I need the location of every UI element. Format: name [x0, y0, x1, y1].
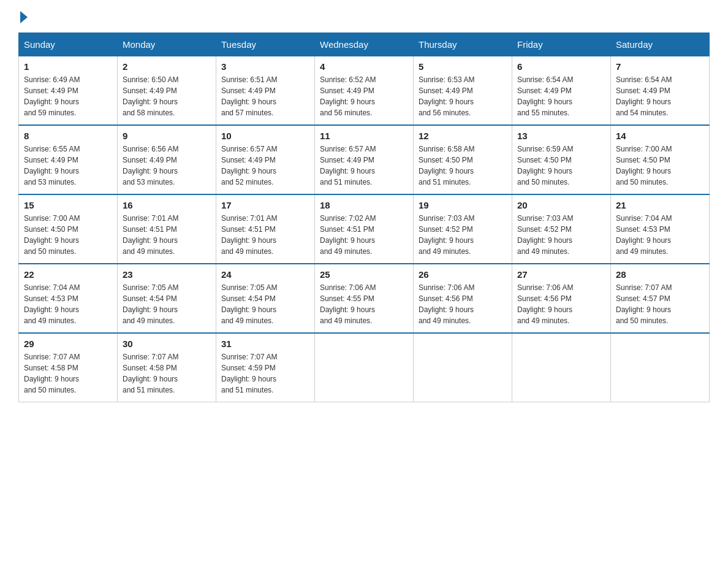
calendar-header-row: SundayMondayTuesdayWednesdayThursdayFrid… [19, 33, 710, 56]
day-number: 15 [24, 200, 112, 210]
day-number: 18 [320, 200, 408, 210]
calendar-cell: 24 Sunrise: 7:05 AMSunset: 4:54 PMDaylig… [216, 264, 315, 333]
day-number: 20 [517, 200, 605, 210]
day-info: Sunrise: 7:06 AMSunset: 4:56 PMDaylight:… [517, 282, 605, 326]
calendar-cell [512, 333, 611, 402]
day-number: 30 [123, 339, 211, 349]
calendar-cell: 20 Sunrise: 7:03 AMSunset: 4:52 PMDaylig… [512, 194, 611, 264]
calendar-cell: 22 Sunrise: 7:04 AMSunset: 4:53 PMDaylig… [19, 264, 118, 333]
day-number: 8 [24, 131, 112, 141]
day-number: 16 [123, 200, 211, 210]
calendar-cell: 31 Sunrise: 7:07 AMSunset: 4:59 PMDaylig… [216, 333, 315, 402]
calendar-cell: 25 Sunrise: 7:06 AMSunset: 4:55 PMDaylig… [315, 264, 414, 333]
day-header-saturday: Saturday [611, 33, 710, 56]
day-info: Sunrise: 6:53 AMSunset: 4:49 PMDaylight:… [419, 74, 507, 118]
day-info: Sunrise: 6:49 AMSunset: 4:49 PMDaylight:… [24, 74, 112, 118]
day-info: Sunrise: 6:55 AMSunset: 4:49 PMDaylight:… [24, 144, 112, 188]
calendar-cell: 9 Sunrise: 6:56 AMSunset: 4:49 PMDayligh… [118, 125, 216, 194]
day-number: 27 [517, 269, 605, 280]
day-header-monday: Monday [118, 33, 216, 56]
day-number: 4 [320, 61, 408, 72]
day-info: Sunrise: 7:06 AMSunset: 4:56 PMDaylight:… [419, 282, 507, 326]
calendar-cell: 13 Sunrise: 6:59 AMSunset: 4:50 PMDaylig… [512, 125, 611, 194]
calendar-cell: 19 Sunrise: 7:03 AMSunset: 4:52 PMDaylig… [414, 194, 512, 264]
calendar-cell: 11 Sunrise: 6:57 AMSunset: 4:49 PMDaylig… [315, 125, 414, 194]
day-info: Sunrise: 7:01 AMSunset: 4:51 PMDaylight:… [123, 213, 211, 257]
day-number: 5 [419, 61, 507, 72]
day-header-thursday: Thursday [414, 33, 512, 56]
day-number: 29 [24, 339, 112, 349]
day-info: Sunrise: 7:04 AMSunset: 4:53 PMDaylight:… [24, 282, 112, 326]
calendar-cell: 15 Sunrise: 7:00 AMSunset: 4:50 PMDaylig… [19, 194, 118, 264]
day-number: 1 [24, 61, 112, 72]
day-info: Sunrise: 7:05 AMSunset: 4:54 PMDaylight:… [221, 282, 309, 326]
day-info: Sunrise: 7:03 AMSunset: 4:52 PMDaylight:… [419, 213, 507, 257]
day-header-tuesday: Tuesday [216, 33, 315, 56]
day-info: Sunrise: 7:02 AMSunset: 4:51 PMDaylight:… [320, 213, 408, 257]
day-number: 23 [123, 269, 211, 280]
calendar-cell: 18 Sunrise: 7:02 AMSunset: 4:51 PMDaylig… [315, 194, 414, 264]
day-info: Sunrise: 7:07 AMSunset: 4:58 PMDaylight:… [123, 351, 211, 396]
calendar-cell [414, 333, 512, 402]
calendar-cell: 10 Sunrise: 6:57 AMSunset: 4:49 PMDaylig… [216, 125, 315, 194]
day-info: Sunrise: 7:03 AMSunset: 4:52 PMDaylight:… [517, 213, 605, 257]
calendar-cell: 8 Sunrise: 6:55 AMSunset: 4:49 PMDayligh… [19, 125, 118, 194]
day-info: Sunrise: 7:07 AMSunset: 4:57 PMDaylight:… [616, 282, 704, 326]
day-info: Sunrise: 6:57 AMSunset: 4:49 PMDaylight:… [221, 144, 309, 188]
day-info: Sunrise: 6:56 AMSunset: 4:49 PMDaylight:… [123, 144, 211, 188]
day-info: Sunrise: 6:51 AMSunset: 4:49 PMDaylight:… [221, 74, 309, 118]
day-header-sunday: Sunday [19, 33, 118, 56]
calendar-cell: 1 Sunrise: 6:49 AMSunset: 4:49 PMDayligh… [19, 56, 118, 126]
calendar-cell: 21 Sunrise: 7:04 AMSunset: 4:53 PMDaylig… [611, 194, 710, 264]
day-number: 10 [221, 131, 309, 141]
day-number: 24 [221, 269, 309, 280]
day-info: Sunrise: 6:54 AMSunset: 4:49 PMDaylight:… [517, 74, 605, 118]
calendar-cell: 2 Sunrise: 6:50 AMSunset: 4:49 PMDayligh… [118, 56, 216, 126]
calendar-cell: 3 Sunrise: 6:51 AMSunset: 4:49 PMDayligh… [216, 56, 315, 126]
day-number: 31 [221, 339, 309, 349]
day-number: 12 [419, 131, 507, 141]
calendar-week-row: 29 Sunrise: 7:07 AMSunset: 4:58 PMDaylig… [19, 333, 710, 402]
calendar-cell: 6 Sunrise: 6:54 AMSunset: 4:49 PMDayligh… [512, 56, 611, 126]
day-header-friday: Friday [512, 33, 611, 56]
day-info: Sunrise: 7:04 AMSunset: 4:53 PMDaylight:… [616, 213, 704, 257]
calendar-week-row: 1 Sunrise: 6:49 AMSunset: 4:49 PMDayligh… [19, 56, 710, 126]
day-header-wednesday: Wednesday [315, 33, 414, 56]
calendar-cell: 4 Sunrise: 6:52 AMSunset: 4:49 PMDayligh… [315, 56, 414, 126]
calendar-week-row: 8 Sunrise: 6:55 AMSunset: 4:49 PMDayligh… [19, 125, 710, 194]
day-info: Sunrise: 7:00 AMSunset: 4:50 PMDaylight:… [24, 213, 112, 257]
day-number: 13 [517, 131, 605, 141]
page-header [18, 12, 710, 23]
day-number: 28 [616, 269, 704, 280]
day-number: 26 [419, 269, 507, 280]
day-number: 6 [517, 61, 605, 72]
day-info: Sunrise: 6:59 AMSunset: 4:50 PMDaylight:… [517, 144, 605, 188]
calendar-cell [611, 333, 710, 402]
calendar-cell: 29 Sunrise: 7:07 AMSunset: 4:58 PMDaylig… [19, 333, 118, 402]
calendar-cell: 26 Sunrise: 7:06 AMSunset: 4:56 PMDaylig… [414, 264, 512, 333]
day-number: 11 [320, 131, 408, 141]
calendar-cell [315, 333, 414, 402]
day-number: 2 [123, 61, 211, 72]
calendar-cell: 5 Sunrise: 6:53 AMSunset: 4:49 PMDayligh… [414, 56, 512, 126]
day-info: Sunrise: 7:06 AMSunset: 4:55 PMDaylight:… [320, 282, 408, 326]
day-info: Sunrise: 7:07 AMSunset: 4:58 PMDaylight:… [24, 351, 112, 396]
day-info: Sunrise: 6:52 AMSunset: 4:49 PMDaylight:… [320, 74, 408, 118]
day-number: 17 [221, 200, 309, 210]
calendar-cell: 7 Sunrise: 6:54 AMSunset: 4:49 PMDayligh… [611, 56, 710, 126]
calendar-cell: 16 Sunrise: 7:01 AMSunset: 4:51 PMDaylig… [118, 194, 216, 264]
day-number: 25 [320, 269, 408, 280]
calendar-cell: 28 Sunrise: 7:07 AMSunset: 4:57 PMDaylig… [611, 264, 710, 333]
day-number: 22 [24, 269, 112, 280]
day-number: 19 [419, 200, 507, 210]
calendar-cell: 17 Sunrise: 7:01 AMSunset: 4:51 PMDaylig… [216, 194, 315, 264]
calendar-cell: 23 Sunrise: 7:05 AMSunset: 4:54 PMDaylig… [118, 264, 216, 333]
day-info: Sunrise: 7:05 AMSunset: 4:54 PMDaylight:… [123, 282, 211, 326]
calendar-week-row: 22 Sunrise: 7:04 AMSunset: 4:53 PMDaylig… [19, 264, 710, 333]
day-info: Sunrise: 6:50 AMSunset: 4:49 PMDaylight:… [123, 74, 211, 118]
calendar-cell: 12 Sunrise: 6:58 AMSunset: 4:50 PMDaylig… [414, 125, 512, 194]
calendar-cell: 27 Sunrise: 7:06 AMSunset: 4:56 PMDaylig… [512, 264, 611, 333]
calendar-week-row: 15 Sunrise: 7:00 AMSunset: 4:50 PMDaylig… [19, 194, 710, 264]
day-info: Sunrise: 7:00 AMSunset: 4:50 PMDaylight:… [616, 144, 704, 188]
day-info: Sunrise: 6:58 AMSunset: 4:50 PMDaylight:… [419, 144, 507, 188]
